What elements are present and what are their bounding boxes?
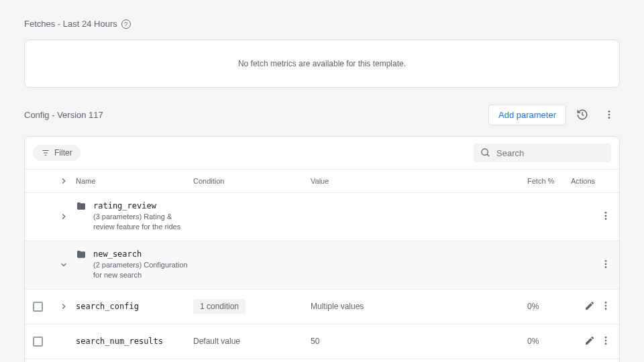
chevron-right-icon bbox=[59, 176, 68, 186]
svg-point-8 bbox=[605, 212, 607, 214]
search-box[interactable] bbox=[474, 143, 611, 162]
chevron-down-icon bbox=[59, 260, 68, 269]
table-row[interactable]: search_num_results Default value 50 0% bbox=[25, 324, 619, 359]
col-value: Value bbox=[311, 177, 527, 185]
filter-chip[interactable]: Filter bbox=[33, 145, 80, 161]
search-input[interactable] bbox=[496, 148, 604, 158]
group-desc: (3 parameters) Rating & review feature f… bbox=[93, 212, 193, 233]
col-condition: Condition bbox=[193, 177, 311, 185]
more-icon[interactable] bbox=[600, 300, 611, 313]
svg-point-16 bbox=[605, 308, 607, 310]
edit-icon[interactable] bbox=[584, 335, 595, 348]
fetch-empty-message: No fetch metrics are available for this … bbox=[238, 59, 406, 68]
svg-point-1 bbox=[608, 114, 610, 116]
svg-point-19 bbox=[605, 343, 607, 345]
group-name: new_search bbox=[93, 249, 193, 259]
row-checkbox[interactable] bbox=[33, 302, 43, 312]
svg-point-11 bbox=[605, 260, 607, 262]
filter-icon bbox=[41, 148, 50, 158]
param-fetch: 0% bbox=[527, 302, 571, 311]
more-icon[interactable] bbox=[600, 335, 611, 348]
expand-all-toggle[interactable] bbox=[52, 176, 76, 186]
add-parameter-button[interactable]: Add parameter bbox=[488, 105, 566, 125]
param-name: search_num_results bbox=[76, 337, 163, 346]
edit-icon[interactable] bbox=[584, 300, 595, 313]
svg-point-12 bbox=[605, 263, 607, 265]
condition-chip: 1 condition bbox=[193, 299, 246, 314]
table-header: Name Condition Value Fetch % Actions bbox=[25, 169, 619, 192]
chevron-right-icon bbox=[59, 302, 68, 311]
table-row[interactable]: search_config 1 condition Multiple value… bbox=[25, 289, 619, 324]
folder-icon bbox=[76, 201, 87, 212]
expand-toggle[interactable] bbox=[52, 260, 76, 269]
col-fetch: Fetch % bbox=[527, 177, 571, 185]
svg-point-2 bbox=[608, 117, 610, 119]
more-menu-icon[interactable] bbox=[598, 104, 620, 125]
fetches-header: Fetches - Last 24 Hours ? bbox=[24, 19, 620, 29]
table-row[interactable]: zombie (3 parameters) All params related… bbox=[25, 359, 619, 362]
table-row[interactable]: rating_review (3 parameters) Rating & re… bbox=[25, 192, 619, 241]
expand-toggle[interactable] bbox=[52, 212, 76, 221]
param-value: Multiple values bbox=[311, 302, 527, 311]
fetch-metrics-card: No fetch metrics are available for this … bbox=[24, 40, 620, 88]
history-icon[interactable] bbox=[572, 104, 593, 125]
config-title: Config - Version 117 bbox=[24, 110, 488, 120]
more-icon[interactable] bbox=[600, 210, 611, 223]
svg-point-17 bbox=[605, 337, 607, 339]
expand-toggle[interactable] bbox=[52, 302, 76, 311]
svg-point-9 bbox=[605, 215, 607, 217]
filter-label: Filter bbox=[54, 148, 72, 158]
search-icon bbox=[480, 147, 491, 158]
group-name: rating_review bbox=[93, 201, 193, 210]
param-fetch: 0% bbox=[527, 337, 571, 346]
svg-point-18 bbox=[605, 339, 607, 341]
filter-bar: Filter bbox=[25, 137, 619, 169]
more-icon[interactable] bbox=[600, 259, 611, 272]
folder-icon bbox=[76, 249, 87, 260]
config-panel: Filter Name Condition Value Fetch % Acti… bbox=[24, 136, 620, 362]
col-actions: Actions bbox=[571, 177, 611, 185]
param-name: search_config bbox=[76, 302, 139, 311]
fetches-title: Fetches - Last 24 Hours bbox=[24, 19, 117, 29]
condition-text: Default value bbox=[193, 337, 311, 346]
svg-point-6 bbox=[482, 149, 488, 155]
row-checkbox[interactable] bbox=[33, 337, 43, 347]
svg-point-15 bbox=[605, 304, 607, 306]
group-desc: (2 parameters) Configuration for new sea… bbox=[93, 260, 193, 281]
help-icon[interactable]: ? bbox=[121, 19, 131, 29]
config-header: Config - Version 117 Add parameter bbox=[24, 104, 620, 125]
svg-point-10 bbox=[605, 218, 607, 220]
col-name: Name bbox=[76, 177, 193, 185]
svg-point-13 bbox=[605, 266, 607, 268]
table-row[interactable]: new_search (2 parameters) Configuration … bbox=[25, 241, 619, 289]
svg-point-14 bbox=[605, 302, 607, 304]
param-value: 50 bbox=[311, 337, 527, 346]
svg-line-7 bbox=[487, 154, 489, 156]
chevron-right-icon bbox=[59, 212, 68, 221]
svg-point-0 bbox=[608, 111, 610, 113]
